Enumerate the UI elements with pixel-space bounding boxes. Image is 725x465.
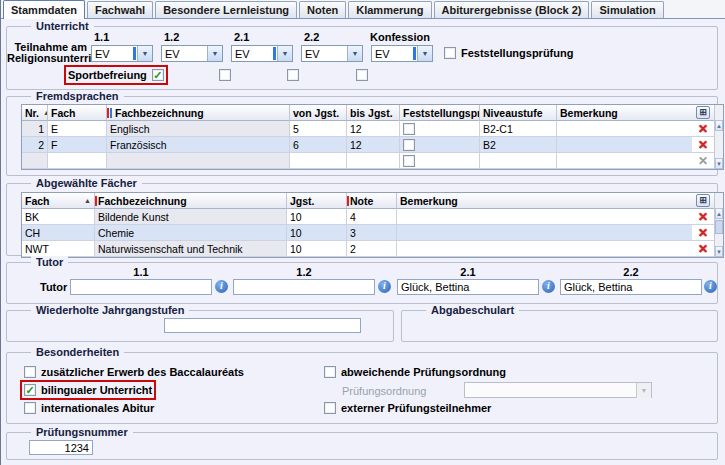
pruefungsordnung-label: Prüfungsordnung: [342, 385, 426, 397]
bilingual-checkbox[interactable]: ✓: [24, 384, 36, 396]
fremdsprachen-row-empty[interactable]: ✕: [22, 153, 714, 169]
tab-klammerung[interactable]: Klammerung: [348, 1, 431, 18]
text-caret: [273, 47, 276, 60]
religion-combo-2-1[interactable]: EV ▼: [231, 45, 293, 62]
required-marker: [107, 108, 109, 118]
header-bemerkung[interactable]: Bemerkung: [397, 193, 692, 209]
fremdsprachen-row-englisch[interactable]: 1 E Englisch 5 12 B2-C1 ✕: [22, 121, 714, 137]
sportbefreiung-checkbox-1-1[interactable]: ✓: [152, 69, 164, 81]
header-bis-jgst[interactable]: bis Jgst.: [347, 105, 400, 121]
delete-row-button[interactable]: ✕: [692, 225, 714, 241]
tab-besondere-lernleistung[interactable]: Besondere Lernleistung: [155, 1, 297, 18]
sportbefreiung-checkbox-1-2[interactable]: [219, 69, 231, 81]
header-niveaustufe[interactable]: Niveaustufe: [480, 105, 557, 121]
header-von-jgst[interactable]: von Jgst.: [290, 105, 347, 121]
info-icon[interactable]: i: [704, 280, 717, 293]
pruefungsnummer-input[interactable]: 1234: [29, 440, 93, 455]
feststellungspruefung-row: Feststellungsprüfung: [444, 47, 573, 59]
scroll-down-icon[interactable]: ▼: [715, 158, 723, 169]
tutor-input-1-1[interactable]: [70, 279, 212, 295]
column-options-button[interactable]: ⊞: [692, 105, 714, 121]
sportbefreiung-checkbox-2-2[interactable]: [356, 69, 368, 81]
intl-abitur-checkbox[interactable]: [24, 402, 36, 414]
header-nr[interactable]: Nr.▲: [22, 105, 48, 121]
text-caret: [133, 47, 136, 60]
feststellungspr-checkbox[interactable]: [403, 123, 415, 135]
col-header-1-2: 1.2: [164, 31, 179, 43]
feststellungspr-checkbox[interactable]: [403, 139, 415, 151]
scrollbar-thumb[interactable]: [715, 220, 723, 234]
abgewaehlte-row-bk[interactable]: BK Bildende Kunst 10 4 ✕: [22, 209, 714, 225]
scroll-up-icon[interactable]: ▲: [715, 208, 723, 219]
header-fach[interactable]: Fach: [48, 105, 107, 121]
wiederholte-input[interactable]: [164, 318, 361, 333]
delete-icon: ✕: [698, 242, 708, 256]
header-feststellungspr[interactable]: Feststellungspr.: [400, 105, 480, 121]
column-options-button[interactable]: ⊞: [692, 193, 714, 209]
abgewaehlte-row-ch[interactable]: CH Chemie 10 3 ✕: [22, 225, 714, 241]
fremdsprachen-scrollbar[interactable]: ▲ ▼: [714, 105, 723, 169]
religion-combo-1-2[interactable]: EV ▼: [161, 45, 223, 62]
tab-abiturergebnisse[interactable]: Abiturergebnisse (Block 2): [434, 1, 590, 18]
chevron-down-icon[interactable]: ▼: [347, 46, 362, 61]
konfession-combo[interactable]: EV ▼: [371, 45, 433, 62]
religion-combo-2-2[interactable]: EV ▼: [301, 45, 363, 62]
required-marker: [95, 196, 97, 206]
header-fachbezeichnung[interactable]: Fachbezeichnung: [95, 193, 287, 209]
abgewaehlte-table: Fach▲ Fachbezeichnung Jgst. Note Bemerku…: [21, 192, 724, 258]
tutor-input-1-2[interactable]: [233, 279, 375, 295]
chevron-down-icon[interactable]: ▼: [417, 46, 432, 61]
header-note[interactable]: Note: [347, 193, 397, 209]
extern-row: externer Prüfungsteilnehmer: [324, 402, 491, 414]
abweichende-row: abweichende Prüfungsordnung: [324, 366, 506, 378]
scroll-down-icon[interactable]: ▼: [715, 246, 723, 257]
tab-simulation[interactable]: Simulation: [591, 1, 663, 18]
delete-row-button[interactable]: ✕: [692, 121, 714, 137]
chevron-down-icon[interactable]: ▼: [137, 46, 152, 61]
delete-row-button[interactable]: ✕: [692, 241, 714, 257]
feststellungspruefung-checkbox[interactable]: [444, 47, 456, 59]
scroll-up-icon[interactable]: ▲: [715, 120, 723, 131]
group-pruefungsnummer: Prüfungsnummer 1234: [6, 432, 718, 460]
tutor-col-2-2: 2.2: [560, 266, 702, 278]
col-header-konfession: Konfession: [370, 31, 430, 43]
header-fach[interactable]: Fach▲: [22, 193, 95, 209]
abgewaehlte-scrollbar[interactable]: ▲ ▼: [714, 193, 723, 257]
feststellungspr-checkbox[interactable]: [403, 155, 415, 167]
sportbefreiung-checkbox-2-1[interactable]: [287, 69, 299, 81]
abweichende-checkbox[interactable]: [324, 366, 336, 378]
tutor-input-2-2[interactable]: Glück, Bettina: [560, 279, 702, 295]
tab-stammdaten[interactable]: Stammdaten: [3, 0, 85, 19]
info-icon[interactable]: i: [542, 280, 555, 293]
delete-row-button[interactable]: ✕: [692, 137, 714, 153]
group-wiederholte-title: Wiederholte Jahrgangstufen: [31, 304, 189, 316]
feststellungspr-cell: [400, 153, 480, 169]
chevron-down-icon: ▼: [636, 383, 651, 398]
tab-noten[interactable]: Noten: [299, 1, 346, 18]
header-fachbezeichnung[interactable]: Fachbezeichnung: [107, 105, 290, 121]
intl-abitur-row: internationales Abitur: [24, 402, 154, 414]
info-icon[interactable]: i: [378, 280, 391, 293]
abgewaehlte-row-nwt[interactable]: NWT Naturwissenschaft und Technik 10 2 ✕: [22, 241, 714, 257]
required-marker: [347, 196, 349, 206]
chevron-down-icon[interactable]: ▼: [277, 46, 292, 61]
fremdsprachen-row-franzoesisch[interactable]: 2 F Französisch 6 12 B2 ✕: [22, 137, 714, 153]
religion-combo-1-1[interactable]: EV ▼: [91, 45, 153, 62]
sportbefreiung-label: Sportbefreiung: [68, 69, 147, 81]
col-header-1-1: 1.1: [94, 31, 109, 43]
tab-fachwahl[interactable]: Fachwahl: [87, 1, 153, 18]
chevron-down-icon[interactable]: ▼: [207, 46, 222, 61]
extern-checkbox[interactable]: [324, 402, 336, 414]
delete-row-button[interactable]: ✕: [692, 209, 714, 225]
group-besonderheiten-title: Besonderheiten: [31, 346, 124, 358]
bilingual-highlight: ✓ bilingualer Unterricht: [24, 384, 152, 396]
delete-icon: ✕: [698, 122, 708, 136]
group-tutor-title: Tutor: [31, 256, 68, 268]
tutor-col-1-2: 1.2: [233, 266, 375, 278]
baccalaureat-row: zusätzlicher Erwerb des Baccalauréats: [24, 366, 244, 378]
baccalaureat-checkbox[interactable]: [24, 366, 36, 378]
tutor-input-2-1[interactable]: Glück, Bettina: [397, 279, 539, 295]
header-bemerkung[interactable]: Bemerkung: [557, 105, 692, 121]
header-jgst[interactable]: Jgst.: [287, 193, 347, 209]
info-icon[interactable]: i: [215, 280, 228, 293]
